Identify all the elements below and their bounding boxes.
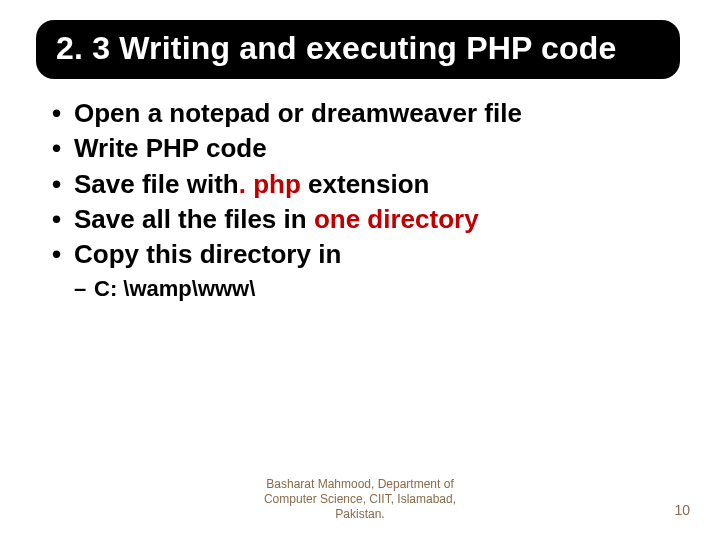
slide: 2. 3 Writing and executing PHP code Open… [0, 0, 720, 540]
text-fragment-highlight: . php [239, 169, 301, 199]
text-fragment: extension [301, 169, 430, 199]
page-number: 10 [674, 502, 690, 518]
text-fragment: Save file with [74, 169, 239, 199]
sub-bullet-list: C: \wamp\www\ [30, 275, 690, 304]
bullet-list: Open a notepad or dreamweaver file Write… [30, 97, 690, 271]
slide-title: 2. 3 Writing and executing PHP code [56, 30, 660, 67]
list-item: Save file with. php extension [50, 168, 690, 201]
footer-line: Computer Science, CIIT, Islamabad, Pakis… [264, 492, 456, 521]
text-fragment: Save all the files in [74, 204, 314, 234]
footer-text: Basharat Mahmood, Department of Computer… [240, 477, 480, 522]
heading-box: 2. 3 Writing and executing PHP code [36, 20, 680, 79]
list-item: Copy this directory in [50, 238, 690, 271]
list-item: Write PHP code [50, 132, 690, 165]
footer: Basharat Mahmood, Department of Computer… [0, 477, 720, 522]
text-fragment-highlight: one directory [314, 204, 479, 234]
sub-list-item: C: \wamp\www\ [74, 275, 690, 304]
list-item: Save all the files in one directory [50, 203, 690, 236]
footer-line: Basharat Mahmood, Department of [266, 477, 453, 491]
list-item: Open a notepad or dreamweaver file [50, 97, 690, 130]
